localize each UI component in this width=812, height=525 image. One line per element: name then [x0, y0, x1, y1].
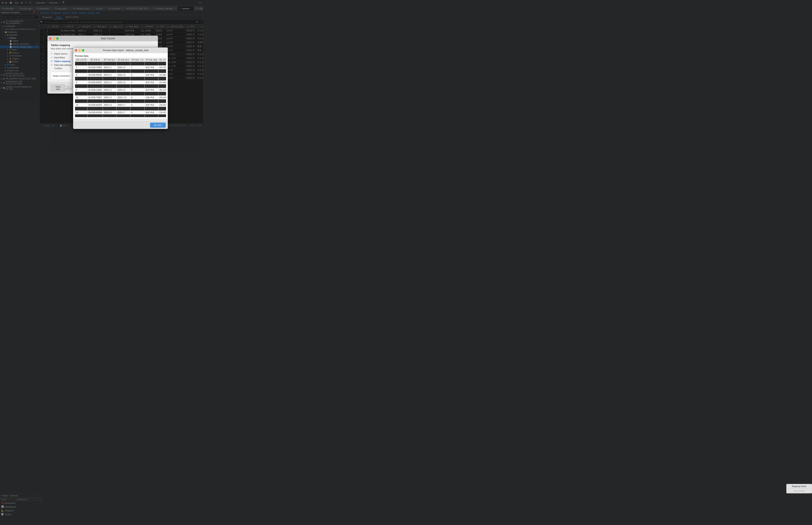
preview-table-cell: ID-2020-80230	[88, 80, 103, 84]
preview-table-cell: 2020.1.3	[103, 92, 116, 95]
preview-table-row: 7ID-2020-802302020.1.22020.1.86일반 배송SJ-1…	[75, 84, 166, 88]
preview-table-cell: 2020.1.17	[117, 107, 130, 110]
step-check-4: ✓	[51, 63, 53, 66]
preview-col-ship-days[interactable]: 123 배송 기간	[130, 58, 144, 62]
preview-table-cell: 당일 배송	[144, 95, 158, 99]
preview-table-row: 6ID-2020-802302020.1.22020.1.86일반 배송SJ-1…	[75, 80, 166, 84]
preview-table-cell: 일반 배송	[144, 73, 158, 77]
preview-table-cell: 6	[130, 84, 144, 88]
preview-table-cell: CN-16735	[158, 110, 166, 114]
step-label-2: Input file(s)	[54, 56, 65, 59]
preview-table-cell: 2020.1.4	[103, 114, 116, 117]
preview-table-cell: 2020.1.3	[103, 88, 116, 92]
preview-table-wrap[interactable]: 123 고유 ID AZ 주문 Id AZ 주문 일자 AZ 배송 일자 123…	[75, 58, 166, 117]
preview-table-cell: 2020.1.8	[117, 88, 130, 92]
tl-green[interactable]	[56, 38, 59, 40]
preview-table-cell: IN-2020-65159	[88, 110, 103, 114]
preview-table-row: 15IN-2020-330362020.1.42020.1.84일반 배송GG-…	[75, 114, 166, 117]
preview-table-cell: SJ-16645	[158, 84, 166, 88]
preview-col-order-date[interactable]: AZ 주문 일자	[103, 58, 116, 62]
preview-table-cell: 2020.1.8	[117, 80, 130, 84]
preview-table-cell: 2020.1.8	[117, 114, 130, 117]
preview-table-cell: CN-16735	[158, 107, 166, 110]
preview-table-cell: 2020.1.8	[117, 84, 130, 88]
preview-table-cell: 7	[130, 65, 144, 69]
preview-table-cell: 일반 배송	[144, 62, 158, 65]
preview-table-cell: IN-2020-65159	[88, 103, 103, 107]
preview-table-cell: 0	[130, 92, 144, 95]
preview-table-cell: 일반 배송	[144, 107, 158, 110]
preview-table-cell: GG-15985	[158, 65, 166, 69]
preview-table-cell: 2020.1.1	[103, 65, 116, 69]
preview-tl-red[interactable]	[75, 49, 77, 51]
preview-import-dialog: Preview data import - tableau_sample_dat…	[73, 47, 168, 129]
preview-body: Preview data: 123 고유 ID AZ 주문 Id AZ 주문 일…	[73, 53, 168, 119]
step-label-4: Data load settings	[54, 64, 72, 66]
preview-table-cell: 11	[75, 99, 88, 103]
preview-table-cell: SJ-16645	[158, 80, 166, 84]
preview-table-cell: 8	[75, 88, 88, 92]
step-label-5: Confirm	[55, 67, 62, 70]
preview-col-cust-id[interactable]: AZ 고객번호	[158, 58, 166, 62]
preview-col-id[interactable]: 123 고유 ID	[75, 58, 88, 62]
save-task-btn[interactable]: Save task	[51, 85, 65, 91]
preview-table-cell: 1	[75, 62, 88, 65]
preview-table-row: 12IN-2020-651592020.1.32020.1.74일반 배송CN-…	[75, 103, 166, 107]
preview-col-ship-date[interactable]: AZ 배송 일자	[117, 58, 130, 62]
data-transfer-title: Data Transfer	[60, 37, 156, 40]
preview-table-cell: IN-2020-47883	[88, 65, 103, 69]
preview-table-cell: 0	[130, 95, 144, 99]
preview-title-bar: Preview data import - tableau_sample_dat…	[73, 48, 168, 53]
preview-table-cell: 2020.1.3	[103, 99, 116, 103]
preview-footer	[73, 119, 168, 121]
close-preview-btn[interactable]: 닫기(C)	[150, 123, 166, 127]
preview-table-cell: 7	[130, 69, 144, 73]
preview-table-cell: IN-2020-80230	[88, 73, 103, 77]
preview-table-cell: 4	[75, 73, 88, 77]
preview-table-cell: GN-16450	[158, 92, 166, 95]
preview-table-cell: 7	[130, 62, 144, 65]
preview-table-cell: 일반 배송	[144, 114, 158, 117]
preview-table-row: 13IN-2020-651592020.1.32020.1.174일반 배송CN…	[75, 107, 166, 110]
step-check-1: ✓	[51, 52, 53, 55]
preview-tl-green[interactable]	[82, 49, 84, 51]
preview-table-cell: 6	[130, 77, 144, 80]
preview-table-cell: 12	[75, 103, 88, 107]
preview-table-cell: 일반 배송	[144, 110, 158, 114]
preview-table-cell: 2020.1.13	[117, 95, 130, 99]
preview-table-cell: SJ-16645	[158, 73, 166, 77]
preview-table-cell: 6	[130, 73, 144, 77]
preview-table-cell: 10	[75, 95, 88, 99]
preview-col-order-id[interactable]: AZ 주문 Id	[88, 58, 103, 62]
preview-table-cell: 2020.1.8	[117, 65, 130, 69]
preview-table-cell: 일반 배송	[144, 69, 158, 73]
preview-table-cell: ID-2020-12596	[88, 88, 103, 92]
preview-table-cell: SJ-16645	[158, 77, 166, 80]
step-check-2: ✓	[51, 56, 53, 59]
preview-table-cell: 일반 배송	[144, 103, 158, 107]
preview-table-cell: GG-15985	[158, 62, 166, 65]
preview-table-cell: 2020.1.8	[117, 73, 130, 77]
preview-btn-row: 닫기(C)	[73, 121, 168, 129]
preview-table-row: 8ID-2020-125962020.1.32020.1.85일반 배송SE-1…	[75, 88, 166, 92]
preview-table-cell: 2020.1.8	[117, 69, 130, 73]
preview-table-cell: 2020.1.3	[103, 107, 116, 110]
preview-table-cell: IN-2020-65159	[88, 107, 103, 110]
preview-table-cell: GG-11500	[158, 114, 166, 117]
preview-table-cell: 당일 배송	[144, 92, 158, 95]
step-label-1: Import source	[54, 52, 67, 55]
preview-table-cell: IN-2020-47883	[88, 69, 103, 73]
preview-table: 123 고유 ID AZ 주문 Id AZ 주문 일자 AZ 배송 일자 123…	[75, 58, 166, 117]
tl-red[interactable]	[49, 38, 51, 40]
preview-table-cell: 2020.1.8	[117, 92, 130, 95]
data-transfer-title-bar: Data Transfer	[48, 36, 158, 41]
preview-table-cell: IN-2020-65159	[88, 92, 103, 95]
preview-table-row: 3IN-2020-478832020.1.12020.1.87일반 배송GG-1…	[75, 69, 166, 73]
preview-table-cell: 3	[75, 69, 88, 73]
preview-col-ship-method[interactable]: AZ 배송 방법	[144, 58, 158, 62]
preview-table-cell: 2020.1.8	[117, 62, 130, 65]
preview-tl-yellow	[78, 49, 81, 51]
preview-table-cell: 2020.1.10	[117, 99, 130, 103]
preview-table-cell: CN-16735	[158, 103, 166, 107]
preview-table-cell: 일반 배송	[144, 77, 158, 80]
